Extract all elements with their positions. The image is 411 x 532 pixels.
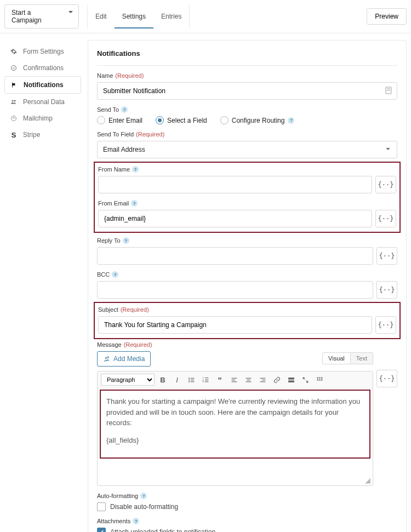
format-select[interactable]: Paragraph — [101, 374, 155, 386]
help-icon[interactable]: ? — [133, 518, 139, 524]
field-bcc: BCC ? {··} — [97, 271, 397, 299]
auto-formatting-checkbox[interactable]: Disable auto-formatting — [97, 502, 397, 511]
svg-point-1 — [12, 100, 14, 102]
send-to-field-label: Send To Field — [97, 131, 134, 138]
help-icon[interactable]: ? — [112, 271, 118, 278]
message-body-merge: {all_fields} — [106, 435, 364, 446]
sidebar-label: Notifications — [24, 81, 64, 89]
person-icon — [10, 98, 18, 106]
field-from-email: From Email ? {··} — [98, 200, 396, 227]
sidebar-label: Form Settings — [23, 48, 64, 55]
svg-rect-21 — [204, 381, 208, 382]
fullscreen-button[interactable] — [299, 374, 311, 386]
reply-to-input[interactable] — [97, 247, 373, 265]
add-media-button[interactable]: Add Media — [97, 351, 151, 367]
send-to-field-select[interactable]: Email Address — [97, 141, 397, 158]
editor-tab-visual[interactable]: Visual — [322, 352, 351, 364]
sidebar-item-confirmations[interactable]: Confirmations — [4, 60, 81, 76]
sidebar-item-personal-data[interactable]: Personal Data — [4, 94, 81, 110]
bullet-list-button[interactable] — [185, 374, 197, 386]
merge-tag-button[interactable]: {··} — [376, 281, 397, 299]
radio-configure-routing[interactable]: Configure Routing ? — [220, 116, 295, 124]
svg-rect-26 — [247, 379, 250, 380]
svg-rect-30 — [260, 381, 265, 382]
merge-tag-button[interactable]: {··} — [375, 316, 396, 334]
help-icon[interactable]: ? — [140, 493, 147, 499]
svg-point-2 — [14, 100, 16, 102]
help-icon[interactable]: ? — [121, 106, 128, 113]
merge-tag-button[interactable]: {··} — [376, 247, 397, 265]
field-send-to-field: Send To Field (Required) Email Address — [97, 131, 397, 158]
svg-rect-29 — [261, 379, 265, 380]
radio-select-field[interactable]: Select a Field — [156, 116, 207, 124]
editor-mode-tabs: Visual Text — [322, 352, 373, 364]
main-layout: Form Settings Confirmations Notification… — [0, 33, 411, 532]
svg-rect-34 — [317, 377, 318, 378]
radio-enter-email[interactable]: Enter Email — [97, 116, 142, 124]
send-to-radios: Enter Email Select a Field Configure Rou… — [97, 116, 397, 124]
message-editor: Paragraph B I 123 " — [97, 371, 373, 486]
check-circle-icon — [10, 64, 18, 72]
align-center-button[interactable] — [242, 374, 254, 386]
help-icon[interactable]: ? — [131, 200, 138, 207]
help-icon[interactable]: ? — [123, 237, 129, 244]
toolbar-toggle-button[interactable] — [313, 374, 326, 386]
message-textarea[interactable]: Thank you for starting a campaign! We're… — [98, 388, 373, 476]
numbered-list-button[interactable]: 123 — [199, 374, 212, 386]
from-name-input[interactable] — [98, 176, 372, 193]
auto-formatting-label: Auto-formatting — [97, 493, 138, 499]
merge-tag-button[interactable]: {··} — [376, 370, 397, 387]
svg-rect-38 — [319, 379, 320, 380]
sidebar-item-notifications[interactable]: Notifications — [4, 76, 81, 94]
align-left-button[interactable] — [228, 374, 240, 386]
field-from-name: From Name ? {··} — [98, 166, 396, 193]
name-input[interactable] — [97, 82, 397, 100]
preview-button[interactable]: Preview — [367, 8, 407, 25]
tab-settings[interactable]: Settings — [115, 5, 153, 28]
top-bar: Start a Campaign Edit Settings Entries P… — [0, 0, 411, 33]
subject-input[interactable] — [98, 316, 372, 334]
help-icon[interactable]: ? — [288, 117, 294, 124]
send-to-label: Send To — [97, 106, 119, 113]
from-email-input[interactable] — [98, 210, 372, 227]
svg-rect-15 — [190, 381, 194, 382]
from-email-label: From Email — [98, 200, 129, 207]
svg-rect-25 — [246, 377, 251, 378]
sidebar-item-form-settings[interactable]: Form Settings — [4, 43, 81, 60]
bcc-input[interactable] — [97, 281, 373, 299]
read-more-button[interactable] — [285, 374, 297, 386]
blockquote-button[interactable]: " — [214, 374, 226, 386]
svg-rect-33 — [288, 381, 294, 382]
italic-button[interactable]: I — [171, 374, 183, 386]
editor-tab-text[interactable]: Text — [351, 352, 373, 364]
merge-tag-button[interactable]: {··} — [375, 210, 396, 227]
sidebar-label: Personal Data — [23, 98, 65, 106]
required-indicator: (Required) — [115, 72, 144, 79]
stripe-icon: S — [10, 131, 18, 139]
required-indicator: (Required) — [121, 306, 149, 313]
merge-tag-button[interactable]: {··} — [375, 176, 396, 193]
content-panel: Notifications Name (Required) Send To ? … — [88, 40, 407, 532]
bold-button[interactable]: B — [157, 374, 169, 386]
attachments-checkbox[interactable]: Attach uploaded fields to notification — [97, 528, 397, 532]
message-body-text: Thank you for starting a campaign! We're… — [106, 396, 364, 428]
svg-rect-32 — [288, 379, 294, 380]
svg-rect-27 — [246, 381, 251, 382]
editor-resize-handle[interactable]: ◢ — [98, 476, 373, 485]
sidebar-item-stripe[interactable]: S Stripe — [4, 127, 81, 143]
sidebar-label: Confirmations — [23, 64, 64, 72]
svg-point-0 — [12, 66, 16, 71]
help-icon[interactable]: ? — [132, 166, 139, 173]
field-auto-formatting: Auto-formatting ? Disable auto-formattin… — [97, 493, 397, 511]
form-selector-dropdown[interactable]: Start a Campaign — [4, 4, 79, 28]
highlight-message-body: Thank you for starting a campaign! We're… — [100, 390, 370, 459]
align-right-button[interactable] — [256, 374, 269, 386]
sidebar-label: Mailchimp — [23, 115, 53, 122]
sidebar-item-mailchimp[interactable]: Mailchimp — [4, 110, 81, 127]
tab-entries[interactable]: Entries — [153, 5, 189, 28]
svg-point-10 — [189, 377, 190, 379]
tab-edit[interactable]: Edit — [88, 5, 115, 28]
name-badge-icon — [385, 87, 392, 94]
svg-rect-23 — [231, 379, 235, 380]
link-button[interactable] — [271, 374, 283, 386]
